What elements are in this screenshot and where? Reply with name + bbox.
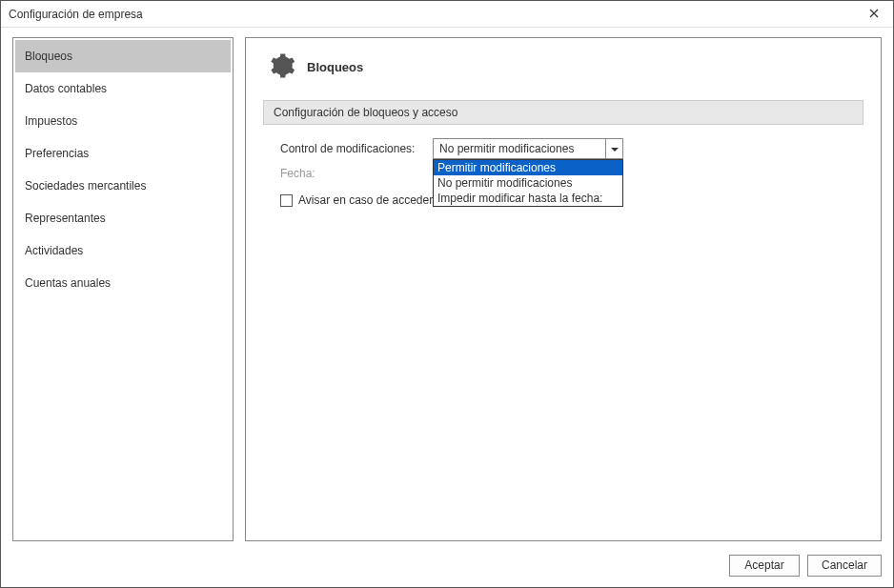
control-dropdown: Permitir modificacionesNo permitir modif…: [433, 159, 623, 207]
dropdown-option-1[interactable]: No permitir modificaciones: [434, 175, 622, 191]
dropdown-arrow[interactable]: [605, 139, 622, 158]
cancel-button[interactable]: Cancelar: [807, 555, 882, 577]
accept-button-label: Aceptar: [744, 558, 783, 572]
close-icon: [869, 8, 879, 21]
sidebar-item-1[interactable]: Datos contables: [15, 72, 231, 105]
content-header: Bloqueos: [263, 51, 864, 83]
sidebar-item-2[interactable]: Impuestos: [15, 105, 231, 137]
window-title: Configuración de empresa: [9, 8, 143, 21]
sidebar-item-5[interactable]: Representantes: [15, 202, 231, 234]
control-combobox[interactable]: No permitir modificaciones Permitir modi…: [433, 138, 623, 159]
chevron-down-icon: [611, 142, 619, 155]
content-panel: Bloqueos Configuración de bloqueos y acc…: [245, 37, 882, 541]
dropdown-option-2[interactable]: Impedir modificar hasta la fecha:: [434, 191, 622, 206]
close-button[interactable]: [855, 1, 893, 28]
control-value: No permitir modificaciones: [434, 142, 605, 155]
sidebar: BloqueosDatos contablesImpuestosPreferen…: [12, 37, 234, 541]
sidebar-item-6[interactable]: Actividades: [15, 234, 231, 267]
sidebar-item-3[interactable]: Preferencias: [15, 137, 231, 170]
titlebar: Configuración de empresa: [1, 1, 893, 28]
control-label: Control de modificaciones:: [280, 142, 423, 155]
dialog-body: BloqueosDatos contablesImpuestosPreferen…: [1, 28, 893, 549]
sidebar-item-0[interactable]: Bloqueos: [15, 40, 231, 72]
cancel-button-label: Cancelar: [822, 558, 867, 572]
fecha-label: Fecha:: [280, 167, 423, 180]
dropdown-option-0[interactable]: Permitir modificaciones: [434, 160, 622, 175]
gear-icon: [267, 51, 295, 83]
sidebar-item-7[interactable]: Cuentas anuales: [15, 267, 231, 299]
avisar-checkbox[interactable]: [280, 194, 293, 207]
dialog-footer: Aceptar Cancelar: [1, 549, 893, 587]
sidebar-item-4[interactable]: Sociedades mercantiles: [15, 170, 231, 202]
accept-button[interactable]: Aceptar: [729, 555, 800, 577]
dialog-window: Configuración de empresa BloqueosDatos c…: [0, 0, 894, 588]
page-title: Bloqueos: [307, 60, 363, 74]
control-row: Control de modificaciones: No permitir m…: [263, 138, 864, 159]
section-header: Configuración de bloqueos y acceso: [263, 100, 864, 125]
